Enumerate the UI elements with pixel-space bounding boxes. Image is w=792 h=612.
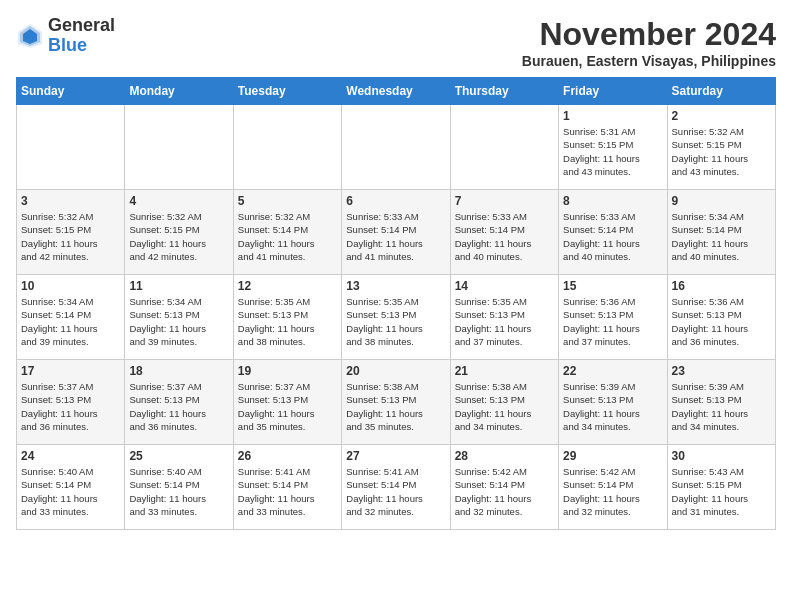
day-number: 14 <box>455 279 554 293</box>
day-info: Sunrise: 5:38 AM Sunset: 5:13 PM Dayligh… <box>455 380 554 433</box>
calendar-cell: 28Sunrise: 5:42 AM Sunset: 5:14 PM Dayli… <box>450 445 558 530</box>
day-number: 8 <box>563 194 662 208</box>
day-number: 29 <box>563 449 662 463</box>
calendar-cell: 12Sunrise: 5:35 AM Sunset: 5:13 PM Dayli… <box>233 275 341 360</box>
day-info: Sunrise: 5:42 AM Sunset: 5:14 PM Dayligh… <box>455 465 554 518</box>
column-header-thursday: Thursday <box>450 78 558 105</box>
calendar-cell: 5Sunrise: 5:32 AM Sunset: 5:14 PM Daylig… <box>233 190 341 275</box>
calendar-week-row: 10Sunrise: 5:34 AM Sunset: 5:14 PM Dayli… <box>17 275 776 360</box>
day-info: Sunrise: 5:31 AM Sunset: 5:15 PM Dayligh… <box>563 125 662 178</box>
day-info: Sunrise: 5:32 AM Sunset: 5:15 PM Dayligh… <box>21 210 120 263</box>
logo-text: General Blue <box>48 16 115 56</box>
day-info: Sunrise: 5:39 AM Sunset: 5:13 PM Dayligh… <box>563 380 662 433</box>
page-header: General Blue November 2024 Burauen, East… <box>16 16 776 69</box>
day-info: Sunrise: 5:38 AM Sunset: 5:13 PM Dayligh… <box>346 380 445 433</box>
day-info: Sunrise: 5:40 AM Sunset: 5:14 PM Dayligh… <box>21 465 120 518</box>
calendar-cell: 22Sunrise: 5:39 AM Sunset: 5:13 PM Dayli… <box>559 360 667 445</box>
calendar-cell: 9Sunrise: 5:34 AM Sunset: 5:14 PM Daylig… <box>667 190 775 275</box>
day-info: Sunrise: 5:35 AM Sunset: 5:13 PM Dayligh… <box>455 295 554 348</box>
calendar-cell: 30Sunrise: 5:43 AM Sunset: 5:15 PM Dayli… <box>667 445 775 530</box>
calendar-cell: 19Sunrise: 5:37 AM Sunset: 5:13 PM Dayli… <box>233 360 341 445</box>
column-header-friday: Friday <box>559 78 667 105</box>
day-info: Sunrise: 5:32 AM Sunset: 5:14 PM Dayligh… <box>238 210 337 263</box>
logo-icon <box>16 22 44 50</box>
calendar-cell <box>450 105 558 190</box>
column-header-tuesday: Tuesday <box>233 78 341 105</box>
day-number: 3 <box>21 194 120 208</box>
calendar-cell <box>342 105 450 190</box>
calendar-cell: 25Sunrise: 5:40 AM Sunset: 5:14 PM Dayli… <box>125 445 233 530</box>
title-block: November 2024 Burauen, Eastern Visayas, … <box>522 16 776 69</box>
day-number: 1 <box>563 109 662 123</box>
calendar-cell: 27Sunrise: 5:41 AM Sunset: 5:14 PM Dayli… <box>342 445 450 530</box>
day-info: Sunrise: 5:33 AM Sunset: 5:14 PM Dayligh… <box>346 210 445 263</box>
day-number: 17 <box>21 364 120 378</box>
calendar-cell: 18Sunrise: 5:37 AM Sunset: 5:13 PM Dayli… <box>125 360 233 445</box>
calendar-cell: 21Sunrise: 5:38 AM Sunset: 5:13 PM Dayli… <box>450 360 558 445</box>
day-info: Sunrise: 5:39 AM Sunset: 5:13 PM Dayligh… <box>672 380 771 433</box>
day-number: 15 <box>563 279 662 293</box>
day-info: Sunrise: 5:34 AM Sunset: 5:13 PM Dayligh… <box>129 295 228 348</box>
calendar-cell: 16Sunrise: 5:36 AM Sunset: 5:13 PM Dayli… <box>667 275 775 360</box>
day-number: 9 <box>672 194 771 208</box>
calendar-week-row: 3Sunrise: 5:32 AM Sunset: 5:15 PM Daylig… <box>17 190 776 275</box>
day-info: Sunrise: 5:36 AM Sunset: 5:13 PM Dayligh… <box>672 295 771 348</box>
day-info: Sunrise: 5:36 AM Sunset: 5:13 PM Dayligh… <box>563 295 662 348</box>
column-header-wednesday: Wednesday <box>342 78 450 105</box>
calendar-cell: 1Sunrise: 5:31 AM Sunset: 5:15 PM Daylig… <box>559 105 667 190</box>
column-header-monday: Monday <box>125 78 233 105</box>
month-year-title: November 2024 <box>522 16 776 53</box>
day-number: 27 <box>346 449 445 463</box>
day-number: 5 <box>238 194 337 208</box>
calendar-cell: 24Sunrise: 5:40 AM Sunset: 5:14 PM Dayli… <box>17 445 125 530</box>
calendar-cell: 14Sunrise: 5:35 AM Sunset: 5:13 PM Dayli… <box>450 275 558 360</box>
logo: General Blue <box>16 16 115 56</box>
calendar-cell: 7Sunrise: 5:33 AM Sunset: 5:14 PM Daylig… <box>450 190 558 275</box>
column-header-saturday: Saturday <box>667 78 775 105</box>
location-subtitle: Burauen, Eastern Visayas, Philippines <box>522 53 776 69</box>
calendar-cell <box>17 105 125 190</box>
day-number: 30 <box>672 449 771 463</box>
calendar-cell: 8Sunrise: 5:33 AM Sunset: 5:14 PM Daylig… <box>559 190 667 275</box>
calendar-cell: 23Sunrise: 5:39 AM Sunset: 5:13 PM Dayli… <box>667 360 775 445</box>
calendar-cell: 3Sunrise: 5:32 AM Sunset: 5:15 PM Daylig… <box>17 190 125 275</box>
day-info: Sunrise: 5:35 AM Sunset: 5:13 PM Dayligh… <box>238 295 337 348</box>
day-info: Sunrise: 5:41 AM Sunset: 5:14 PM Dayligh… <box>238 465 337 518</box>
day-number: 7 <box>455 194 554 208</box>
calendar-week-row: 1Sunrise: 5:31 AM Sunset: 5:15 PM Daylig… <box>17 105 776 190</box>
day-number: 19 <box>238 364 337 378</box>
calendar-cell: 17Sunrise: 5:37 AM Sunset: 5:13 PM Dayli… <box>17 360 125 445</box>
day-number: 21 <box>455 364 554 378</box>
day-number: 6 <box>346 194 445 208</box>
calendar-week-row: 17Sunrise: 5:37 AM Sunset: 5:13 PM Dayli… <box>17 360 776 445</box>
day-number: 25 <box>129 449 228 463</box>
day-number: 22 <box>563 364 662 378</box>
calendar-cell: 2Sunrise: 5:32 AM Sunset: 5:15 PM Daylig… <box>667 105 775 190</box>
day-info: Sunrise: 5:40 AM Sunset: 5:14 PM Dayligh… <box>129 465 228 518</box>
day-info: Sunrise: 5:37 AM Sunset: 5:13 PM Dayligh… <box>238 380 337 433</box>
column-header-sunday: Sunday <box>17 78 125 105</box>
day-number: 28 <box>455 449 554 463</box>
calendar-cell: 29Sunrise: 5:42 AM Sunset: 5:14 PM Dayli… <box>559 445 667 530</box>
calendar-cell <box>233 105 341 190</box>
day-number: 16 <box>672 279 771 293</box>
day-number: 26 <box>238 449 337 463</box>
day-number: 13 <box>346 279 445 293</box>
calendar-cell: 11Sunrise: 5:34 AM Sunset: 5:13 PM Dayli… <box>125 275 233 360</box>
day-info: Sunrise: 5:33 AM Sunset: 5:14 PM Dayligh… <box>455 210 554 263</box>
calendar-cell: 4Sunrise: 5:32 AM Sunset: 5:15 PM Daylig… <box>125 190 233 275</box>
day-info: Sunrise: 5:43 AM Sunset: 5:15 PM Dayligh… <box>672 465 771 518</box>
day-info: Sunrise: 5:35 AM Sunset: 5:13 PM Dayligh… <box>346 295 445 348</box>
day-number: 4 <box>129 194 228 208</box>
calendar-cell: 10Sunrise: 5:34 AM Sunset: 5:14 PM Dayli… <box>17 275 125 360</box>
calendar-table: SundayMondayTuesdayWednesdayThursdayFrid… <box>16 77 776 530</box>
day-info: Sunrise: 5:34 AM Sunset: 5:14 PM Dayligh… <box>672 210 771 263</box>
calendar-cell: 13Sunrise: 5:35 AM Sunset: 5:13 PM Dayli… <box>342 275 450 360</box>
calendar-cell: 15Sunrise: 5:36 AM Sunset: 5:13 PM Dayli… <box>559 275 667 360</box>
day-number: 2 <box>672 109 771 123</box>
day-number: 18 <box>129 364 228 378</box>
day-number: 23 <box>672 364 771 378</box>
day-info: Sunrise: 5:37 AM Sunset: 5:13 PM Dayligh… <box>21 380 120 433</box>
day-info: Sunrise: 5:42 AM Sunset: 5:14 PM Dayligh… <box>563 465 662 518</box>
day-info: Sunrise: 5:32 AM Sunset: 5:15 PM Dayligh… <box>129 210 228 263</box>
